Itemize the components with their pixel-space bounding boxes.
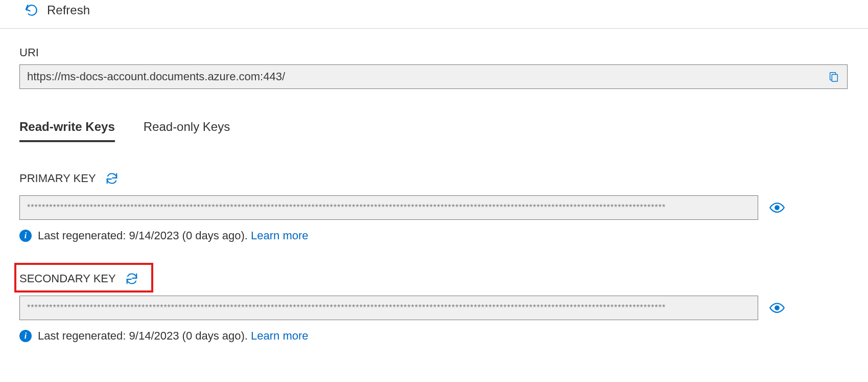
primary-key-heading-label: PRIMARY KEY bbox=[19, 172, 96, 185]
secondary-key-input[interactable] bbox=[19, 296, 758, 320]
refresh-icon bbox=[25, 3, 39, 17]
primary-key-heading: PRIMARY KEY bbox=[19, 171, 848, 186]
copy-icon[interactable] bbox=[825, 71, 842, 83]
svg-point-2 bbox=[775, 306, 779, 310]
eye-icon[interactable] bbox=[768, 202, 786, 213]
primary-key-learn-more-link[interactable]: Learn more bbox=[251, 229, 309, 242]
secondary-key-info-text: Last regenerated: 9/14/2023 (0 days ago)… bbox=[38, 329, 251, 342]
eye-icon[interactable] bbox=[768, 302, 786, 313]
regenerate-icon[interactable] bbox=[124, 271, 139, 286]
info-icon: i bbox=[19, 230, 32, 242]
svg-rect-0 bbox=[832, 74, 837, 81]
secondary-key-learn-more-link[interactable]: Learn more bbox=[251, 329, 309, 342]
secondary-key-heading: SECONDARY KEY bbox=[19, 271, 848, 286]
regenerate-icon[interactable] bbox=[104, 171, 120, 186]
refresh-label: Refresh bbox=[47, 3, 90, 17]
refresh-button[interactable]: Refresh bbox=[25, 3, 90, 17]
uri-input[interactable] bbox=[19, 64, 848, 89]
uri-label: URI bbox=[19, 46, 848, 59]
primary-key-input[interactable] bbox=[19, 195, 758, 220]
svg-point-1 bbox=[775, 206, 779, 210]
tab-read-only-keys[interactable]: Read-only Keys bbox=[144, 120, 230, 142]
info-icon: i bbox=[19, 330, 32, 342]
secondary-key-heading-label: SECONDARY KEY bbox=[19, 272, 116, 285]
tab-read-write-keys[interactable]: Read-write Keys bbox=[19, 120, 115, 142]
primary-key-info-text: Last regenerated: 9/14/2023 (0 days ago)… bbox=[38, 229, 251, 242]
